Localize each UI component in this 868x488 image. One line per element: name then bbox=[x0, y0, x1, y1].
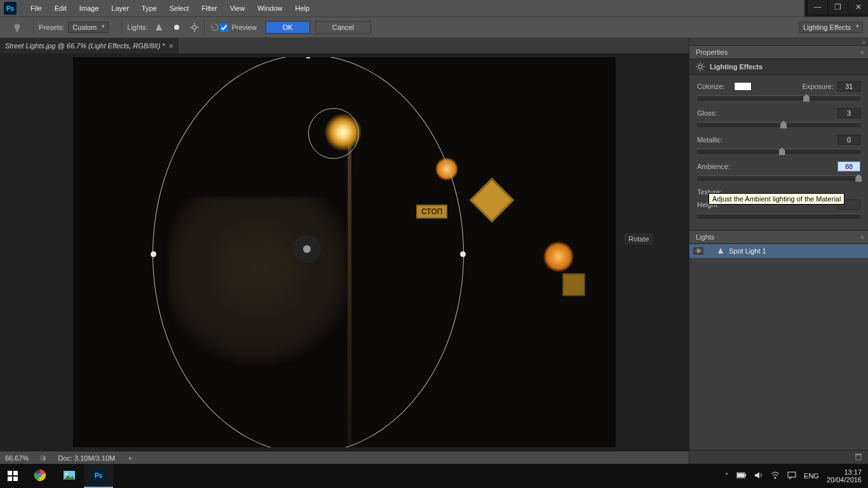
properties-panel-tab[interactable]: Properties ≡ bbox=[689, 46, 868, 59]
exposure-slider[interactable] bbox=[697, 95, 860, 100]
svg-rect-29 bbox=[737, 473, 744, 477]
menu-filter[interactable]: Filter bbox=[195, 0, 223, 17]
status-zoom[interactable]: 66.67% bbox=[5, 454, 29, 462]
colorize-swatch[interactable] bbox=[734, 82, 752, 91]
ambience-value[interactable]: 88 bbox=[837, 161, 860, 172]
svg-line-14 bbox=[703, 69, 704, 71]
reset-light-icon[interactable] bbox=[210, 22, 220, 32]
menu-layer[interactable]: Layer bbox=[105, 0, 135, 17]
tray-action-center-icon[interactable] bbox=[787, 471, 796, 481]
preview-label: Preview bbox=[232, 24, 257, 31]
windows-taskbar: Ps ˄ ENG 13:17 20/04/2016 bbox=[0, 464, 868, 488]
scene-stop-sign: СТОП bbox=[416, 205, 447, 219]
tray-battery-icon[interactable] bbox=[736, 472, 747, 480]
tray-chevron-up-icon[interactable]: ˄ bbox=[725, 472, 729, 480]
svg-rect-21 bbox=[8, 477, 12, 481]
document-tab-label: Street Lights.jpg @ 66.7% (Light Effects… bbox=[5, 42, 165, 50]
document-canvas[interactable]: СТОП ↻ bbox=[73, 57, 616, 447]
properties-subheader: Lighting Effects bbox=[689, 59, 868, 75]
tray-language[interactable]: ENG bbox=[804, 472, 819, 480]
lights-list-item[interactable]: 👁 Spot Light 1 bbox=[689, 244, 868, 258]
win-close[interactable]: ✕ bbox=[848, 0, 868, 14]
close-icon[interactable]: ✕ bbox=[168, 43, 173, 50]
ambience-slider[interactable] bbox=[697, 175, 860, 180]
taskbar-chrome[interactable] bbox=[25, 464, 55, 488]
visibility-toggle-icon[interactable]: 👁 bbox=[693, 247, 703, 255]
status-bar: 66.67% ◑ Doc: 3.10M/3.10M ▸ bbox=[0, 451, 689, 464]
lights-flyout-icon[interactable]: ≡ bbox=[860, 234, 864, 241]
right-panels: » Properties ≡ Lighting Effects Colorize… bbox=[689, 38, 868, 464]
height-slider bbox=[697, 214, 860, 219]
tray-time: 13:17 bbox=[827, 468, 862, 476]
win-minimize[interactable]: — bbox=[807, 0, 827, 14]
tray-wifi-icon[interactable] bbox=[771, 471, 780, 481]
tray-volume-icon[interactable] bbox=[754, 471, 763, 481]
metallic-slider[interactable] bbox=[697, 149, 860, 154]
exposure-value[interactable]: 31 bbox=[837, 81, 860, 92]
document-tab[interactable]: Street Lights.jpg @ 66.7% (Light Effects… bbox=[0, 38, 179, 53]
gloss-slider[interactable] bbox=[697, 122, 860, 127]
properties-subheader-label: Lighting Effects bbox=[710, 63, 763, 71]
svg-point-3 bbox=[193, 25, 196, 29]
svg-line-16 bbox=[703, 64, 704, 65]
point-light-icon[interactable] bbox=[172, 23, 181, 32]
lights-panel-title: Lights bbox=[696, 233, 714, 241]
lights-panel-tab[interactable]: Lights ≡ bbox=[689, 231, 868, 244]
tray-date: 20/04/2016 bbox=[827, 476, 862, 484]
presets-label: Presets: bbox=[39, 24, 64, 31]
panel-strip-flyout-icon[interactable]: » bbox=[862, 39, 865, 46]
cancel-button[interactable]: Cancel bbox=[315, 21, 371, 34]
tray-clock[interactable]: 13:17 20/04/2016 bbox=[827, 468, 862, 484]
metallic-label: Metallic: bbox=[697, 136, 734, 144]
status-view-icon[interactable]: ◑ bbox=[40, 454, 46, 462]
menu-image[interactable]: Image bbox=[73, 0, 105, 17]
spot-light-icon[interactable] bbox=[154, 23, 163, 32]
metallic-value[interactable]: 0 bbox=[837, 135, 860, 145]
system-tray: ˄ ENG 13:17 20/04/2016 bbox=[725, 468, 868, 484]
scene-foliage bbox=[168, 197, 346, 375]
menu-select[interactable]: Select bbox=[163, 0, 196, 17]
preview-checkbox[interactable] bbox=[220, 24, 228, 32]
ellipse-handle-top[interactable] bbox=[306, 57, 311, 58]
light-hotspot-circle[interactable] bbox=[308, 108, 359, 159]
svg-rect-20 bbox=[13, 471, 18, 475]
menu-bar: Ps File Edit Image Layer Type Select Fil… bbox=[0, 0, 804, 17]
status-flyout-icon[interactable]: ▸ bbox=[129, 454, 133, 462]
ellipse-handle-left[interactable] bbox=[151, 252, 156, 257]
bulb-icon bbox=[11, 22, 23, 33]
svg-rect-19 bbox=[8, 471, 12, 475]
rotate-tooltip: Rotate bbox=[624, 233, 653, 245]
scene-traffic-glow bbox=[435, 158, 458, 180]
properties-flyout-icon[interactable]: ≡ bbox=[860, 49, 864, 56]
colorize-label: Colorize: bbox=[697, 83, 734, 90]
menu-type[interactable]: Type bbox=[135, 0, 163, 17]
taskbar-photoshop[interactable]: Ps bbox=[84, 464, 113, 488]
menu-window[interactable]: Window bbox=[251, 0, 288, 17]
scene-pedestrian-sign bbox=[562, 273, 585, 296]
light-intensity-ring[interactable] bbox=[293, 235, 321, 263]
canvas-area: СТОП ↻ bbox=[0, 53, 689, 451]
presets-dropdown[interactable]: Custom bbox=[68, 22, 109, 33]
gloss-value[interactable]: 3 bbox=[837, 108, 860, 118]
menu-view[interactable]: View bbox=[224, 0, 252, 17]
lights-label: Lights: bbox=[127, 24, 147, 31]
trash-icon[interactable] bbox=[854, 452, 863, 463]
menu-edit[interactable]: Edit bbox=[48, 0, 73, 17]
filter-mode-dropdown[interactable]: Lighting Effects bbox=[799, 22, 863, 33]
infinite-light-icon[interactable] bbox=[190, 23, 199, 32]
menu-help[interactable]: Help bbox=[288, 0, 316, 17]
ok-button[interactable]: OK bbox=[266, 21, 310, 34]
win-restore[interactable]: ❐ bbox=[827, 0, 848, 14]
svg-line-15 bbox=[697, 69, 698, 71]
document-tab-bar: Street Lights.jpg @ 66.7% (Light Effects… bbox=[0, 38, 689, 53]
svg-rect-28 bbox=[745, 474, 746, 477]
svg-point-0 bbox=[15, 24, 20, 29]
ellipse-handle-right[interactable] bbox=[460, 252, 466, 257]
scene-traffic-glow-2 bbox=[543, 241, 574, 272]
ambience-tooltip: Adjust the Ambient lighting of the Mater… bbox=[709, 193, 844, 205]
menu-file[interactable]: File bbox=[24, 0, 48, 17]
status-doc-size[interactable]: Doc: 3.10M/3.10M bbox=[58, 454, 115, 462]
start-button[interactable] bbox=[0, 464, 25, 488]
taskbar-photos[interactable] bbox=[55, 464, 84, 488]
scene-warning-sign bbox=[470, 178, 515, 223]
